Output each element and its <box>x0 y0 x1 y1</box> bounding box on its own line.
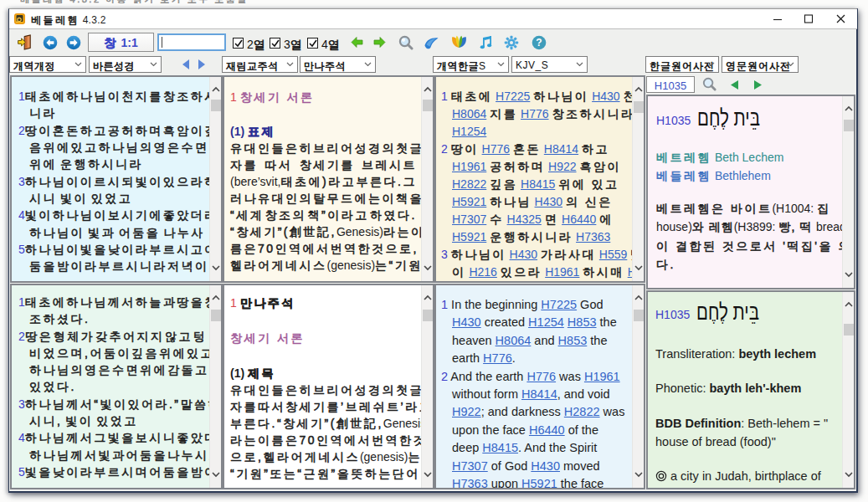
svg-text:?: ? <box>536 37 542 49</box>
